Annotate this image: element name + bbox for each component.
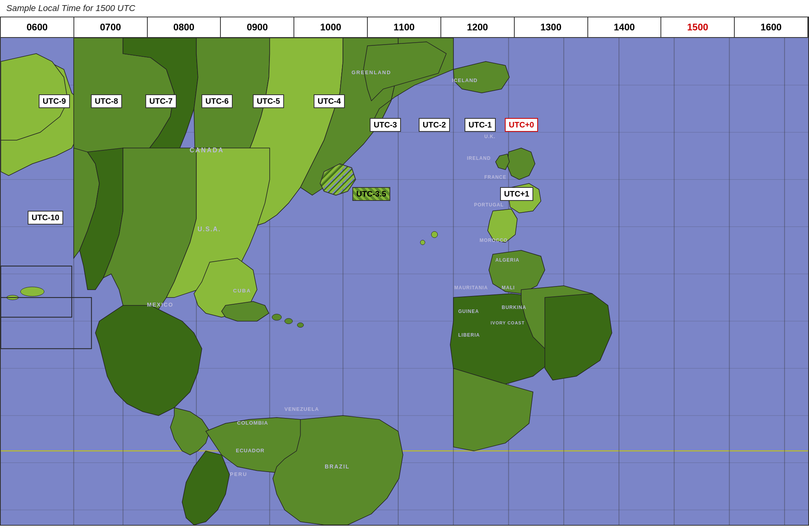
mexico-label: MEXICO (147, 302, 173, 308)
page-title: Sample Local Time for 1500 UTC (0, 0, 809, 17)
cuba-label: CUBA (233, 288, 251, 294)
utc-neg2-label: UTC-2 (419, 118, 450, 132)
map-container: 0600070008000900100011001200130014001500… (0, 17, 809, 526)
utc-neg5-label: UTC-5 (253, 94, 284, 108)
colombia-label: COLOMBIA (237, 420, 268, 426)
time-cell-1300: 1300 (515, 17, 588, 37)
mauritania-label: MAURITANIA (454, 285, 488, 290)
utc-neg35-label: UTC-3.5 (352, 187, 390, 201)
liberia-label: LIBERIA (458, 332, 480, 338)
time-header: 0600070008000900100011001200130014001500… (1, 17, 808, 38)
algeria-label: ALGERIA (495, 257, 519, 263)
utc-neg6-label: UTC-6 (201, 94, 233, 108)
guinea-label: GUINEA (458, 309, 479, 314)
mali-label: MALI (502, 285, 515, 290)
time-cell-0900: 0900 (221, 17, 294, 37)
greenland-label: GREENLAND (352, 69, 391, 75)
utc-neg3-label: UTC-3 (370, 118, 401, 132)
utc-neg1-label: UTC-1 (465, 118, 496, 132)
venezuela-label: VENEZUELA (284, 406, 319, 412)
svg-point-65 (431, 231, 438, 238)
uk-label: U.K. (484, 134, 495, 139)
portugal-label: PORTUGAL (474, 202, 504, 208)
ecuador-label: ECUADOR (236, 448, 265, 453)
time-cell-0700: 0700 (74, 17, 148, 37)
iceland-label: ICELAND (452, 77, 478, 83)
time-cell-1200: 1200 (441, 17, 515, 37)
time-cell-1100: 1100 (368, 17, 441, 37)
svg-point-48 (297, 323, 304, 328)
ireland-label: IRELAND (467, 155, 491, 161)
brazil-label: BRAZIL (325, 463, 350, 470)
utc-0-label: UTC+0 (505, 118, 538, 132)
usa-label: U.S.A. (198, 226, 221, 233)
burkina-label: BURKINA (502, 305, 526, 310)
peru-label: PERU (230, 471, 247, 477)
ivory-coast-label: IVORY COAST (491, 320, 525, 325)
time-cell-0600: 0600 (1, 17, 74, 37)
france-label: FRANCE (484, 174, 506, 180)
svg-point-28 (21, 287, 44, 296)
svg-point-47 (285, 318, 293, 324)
utc-plus1-label: UTC+1 (500, 187, 533, 201)
time-cell-1400: 1400 (588, 17, 662, 37)
morocco-label: MOROCCO (480, 238, 508, 243)
utc-neg7-label: UTC-7 (145, 94, 177, 108)
utc-neg4-label: UTC-4 (314, 94, 345, 108)
time-cell-1500: 1500 (661, 17, 735, 37)
time-cell-1000: 1000 (294, 17, 368, 37)
svg-point-46 (272, 314, 282, 320)
utc-neg8-label: UTC-8 (91, 94, 122, 108)
utc-neg9-label: UTC-9 (39, 94, 70, 108)
time-cell-0800: 0800 (148, 17, 221, 37)
utc-neg10-label: UTC-10 (28, 211, 63, 225)
canada-label: CANADA (190, 147, 224, 154)
svg-point-66 (420, 240, 425, 245)
time-cell-1600: 1600 (735, 17, 808, 37)
